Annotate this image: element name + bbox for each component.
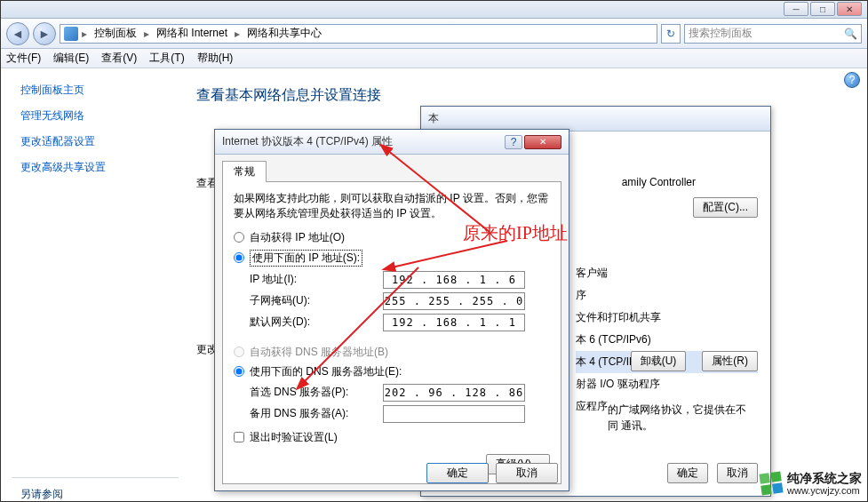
maximize-button[interactable]: □ [810, 2, 835, 16]
menu-file[interactable]: 文件(F) [6, 51, 41, 66]
radio-label: 使用下面的 IP 地址(S): [250, 250, 362, 267]
radio-auto-dns: 自动获得 DNS 服务器地址(B) [234, 345, 550, 360]
close-button[interactable]: ✕ [837, 2, 862, 16]
logo-icon [759, 472, 783, 496]
cancel-button[interactable]: 取消 [717, 463, 758, 483]
window-titlebar: ─ □ ✕ [1, 1, 867, 19]
validate-checkbox[interactable]: 退出时验证设置(L) [234, 430, 550, 445]
search-input[interactable]: 搜索控制面板 🔍 [684, 24, 862, 44]
radio-label: 使用下面的 DNS 服务器地址(E): [250, 364, 402, 379]
gateway-input[interactable]: 192 . 168 . 1 . 1 [383, 314, 525, 331]
properties-button[interactable]: 属性(R) [702, 351, 758, 371]
menu-help[interactable]: 帮助(H) [197, 51, 234, 66]
list-item[interactable]: 射器 I/O 驱动程序 [576, 373, 758, 395]
configure-button[interactable]: 配置(C)... [693, 197, 758, 218]
annotation-text: 原来的IP地址 [463, 221, 568, 245]
radio-use-ip[interactable]: 使用下面的 IP 地址(S): [234, 250, 550, 267]
checkbox-label: 退出时验证设置(L) [250, 430, 338, 445]
menu-view[interactable]: 查看(V) [101, 51, 137, 66]
watermark: 纯净系统之家 www.ycwjzy.com [760, 472, 862, 496]
forward-button[interactable]: ► [33, 22, 56, 45]
ok-button[interactable]: 确定 [426, 463, 489, 483]
control-panel-icon [64, 27, 78, 41]
list-item[interactable]: 文件和打印机共享 [576, 307, 758, 329]
uninstall-button[interactable]: 卸载(U) [631, 351, 687, 371]
page-title: 查看基本网络信息并设置连接 [196, 86, 867, 105]
dns1-label: 首选 DNS 服务器(P): [250, 385, 383, 400]
info-text: 如果网络支持此功能，则可以获取自动指派的 IP 设置。否则，您需要从网络系统管理… [234, 191, 550, 221]
controller-name: amily Controller [622, 176, 696, 188]
list-item[interactable]: 客户端 [576, 262, 758, 284]
list-item[interactable]: 本 6 (TCP/IPv6) [576, 329, 758, 351]
ok-button[interactable]: 确定 [667, 463, 708, 483]
breadcrumb[interactable]: 网络和 Internet [153, 26, 231, 41]
sidebar: 控制面板主页 管理无线网络 更改适配器设置 更改高级共享设置 另请参阅 Inte… [1, 70, 179, 501]
dns2-label: 备用 DNS 服务器(A): [250, 406, 383, 421]
close-icon[interactable]: ✕ [524, 135, 561, 149]
see-also-label: 另请参阅 [20, 487, 179, 502]
menu-bar: 文件(F) 编辑(E) 查看(V) 工具(T) 帮助(H) [1, 49, 867, 68]
help-icon[interactable]: ? [505, 135, 522, 149]
cancel-button[interactable]: 取消 [496, 463, 558, 483]
gateway-label: 默认网关(D): [250, 315, 383, 330]
ip-input[interactable]: 192 . 168 . 1 . 6 [383, 271, 525, 289]
navigation-bar: ◄ ► ▸ 控制面板 ▸ 网络和 Internet ▸ 网络和共享中心 ↻ 搜索… [1, 19, 867, 49]
watermark-url: www.ycwjzy.com [787, 485, 862, 496]
tab-general[interactable]: 常规 [222, 161, 267, 182]
dns2-input[interactable] [383, 405, 525, 423]
sidebar-link-adapter[interactable]: 更改适配器设置 [20, 134, 179, 149]
refresh-button[interactable]: ↻ [661, 24, 681, 44]
breadcrumb[interactable]: 控制面板 [91, 26, 140, 41]
radio-use-dns[interactable]: 使用下面的 DNS 服务器地址(E): [234, 364, 550, 379]
address-bar[interactable]: ▸ 控制面板 ▸ 网络和 Internet ▸ 网络和共享中心 [60, 24, 657, 44]
menu-tools[interactable]: 工具(T) [149, 51, 184, 66]
search-placeholder: 搜索控制面板 [689, 26, 753, 41]
sidebar-link-home[interactable]: 控制面板主页 [20, 83, 179, 98]
mask-input[interactable]: 255 . 255 . 255 . 0 [383, 292, 525, 310]
chevron-right-icon: ▸ [144, 28, 149, 40]
watermark-brand: 纯净系统之家 [787, 472, 862, 485]
sidebar-link-sharing[interactable]: 更改高级共享设置 [20, 160, 179, 175]
dialog-title: Internet 协议版本 4 (TCP/IPv4) 属性 [222, 134, 393, 149]
dialog-titlebar: 本 [421, 107, 770, 131]
description-text: 的广域网络协议，它提供在不同 通讯。 [608, 402, 753, 434]
ip-label: IP 地址(I): [250, 272, 383, 287]
radio-label: 自动获得 IP 地址(O) [250, 230, 345, 245]
tab-strip: 常规 [222, 160, 561, 182]
list-item[interactable]: 序 [576, 284, 758, 307]
dns1-input[interactable]: 202 . 96 . 128 . 86 [383, 384, 525, 402]
chevron-right-icon: ▸ [235, 28, 240, 40]
menu-edit[interactable]: 编辑(E) [53, 51, 89, 66]
dialog-title: 本 [428, 111, 439, 126]
radio-label: 自动获得 DNS 服务器地址(B) [250, 345, 388, 360]
minimize-button[interactable]: ─ [784, 2, 808, 16]
breadcrumb[interactable]: 网络和共享中心 [243, 26, 325, 41]
back-button[interactable]: ◄ [6, 22, 29, 45]
divider [12, 477, 179, 478]
chevron-right-icon: ▸ [82, 28, 87, 40]
mask-label: 子网掩码(U): [250, 293, 383, 308]
ipv4-properties-dialog: Internet 协议版本 4 (TCP/IPv4) 属性 ? ✕ 常规 如果网… [214, 129, 569, 491]
sidebar-link-wireless[interactable]: 管理无线网络 [20, 108, 179, 124]
dialog-titlebar[interactable]: Internet 协议版本 4 (TCP/IPv4) 属性 ? ✕ [215, 130, 569, 155]
search-icon: 🔍 [844, 28, 857, 40]
